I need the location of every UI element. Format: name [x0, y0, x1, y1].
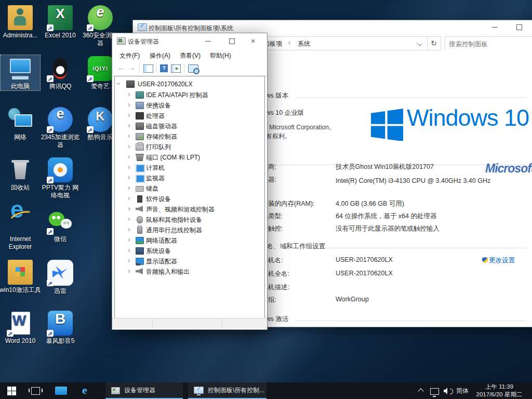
taskbar-button-device-manager[interactable]: 设备管理器 [105, 382, 183, 399]
network-tray-icon[interactable] [430, 388, 439, 395]
chevron-right-icon[interactable]: › [128, 142, 130, 150]
desktop-icon-baofeng[interactable]: 暴风影音5 [41, 310, 80, 345]
status-segment [153, 318, 222, 328]
maximize-button[interactable] [510, 20, 528, 34]
win10-activator-folder-icon [8, 260, 33, 285]
forward-button[interactable]: → [128, 63, 136, 72]
device-manager-titlebar[interactable]: 设备管理器 × [112, 33, 267, 49]
menu-help[interactable]: 帮助(H) [210, 51, 231, 60]
shortcut-arrow-badge [47, 75, 54, 82]
breadcrumb-system[interactable]: 系统 [298, 39, 310, 48]
change-settings-link-row[interactable]: 更改设置 [482, 256, 515, 265]
tree-item-mice[interactable]: › 鼠标和其他指针设备 [115, 214, 264, 224]
help-icon[interactable]: ? [160, 64, 168, 72]
breadcrumb-dropdown-icon[interactable] [413, 38, 426, 48]
computer-icon [126, 81, 135, 88]
back-button[interactable]: ← [117, 63, 125, 72]
info-row-memory: 已安装的内存(RAM): 4.00 GB (3.66 GB 可用) [247, 200, 532, 210]
chevron-right-icon[interactable]: › [128, 121, 130, 129]
desktop-icon-recycle-bin[interactable]: 回收站 [1, 156, 40, 192]
scan-hardware-changes-icon[interactable] [188, 64, 198, 73]
chevron-down-icon[interactable]: › [115, 83, 123, 85]
chevron-right-icon[interactable]: › [128, 246, 130, 254]
desktop-icon-pptv[interactable]: PPTV聚力 网络电视 [41, 156, 80, 200]
menu-action[interactable]: 操作(A) [150, 51, 170, 60]
tree-item-portable-devices[interactable]: › 便携设备 [115, 100, 264, 110]
taskbar-clock[interactable]: 上午 11:39 2017/6/20 星期二 [470, 383, 528, 398]
desktop-icon-win10-activator[interactable]: win10激活工具 [1, 259, 40, 294]
chevron-right-icon[interactable]: › [128, 163, 130, 171]
tree-item-computer[interactable]: › 计算机 [115, 162, 264, 172]
desktop-icon-internet-explorer[interactable]: Internet Explorer [1, 208, 40, 251]
desktop-icon-administrator[interactable]: Administra... [1, 4, 40, 39]
desktop-icon-network[interactable]: 网络 [1, 106, 40, 141]
desktop-icon-wechat[interactable]: 微信 [41, 208, 80, 243]
maximize-button[interactable] [223, 34, 241, 48]
start-button[interactable] [7, 387, 16, 395]
minimize-button[interactable] [200, 34, 217, 48]
chevron-right-icon[interactable]: › [128, 194, 130, 202]
menu-view[interactable]: 查看(V) [180, 51, 201, 60]
volume-tray-icon[interactable] [444, 388, 449, 394]
chevron-right-icon[interactable]: › [128, 131, 130, 140]
chevron-right-icon[interactable]: › [128, 215, 130, 223]
desktop-icon-excel-2010[interactable]: Excel 2010 [41, 4, 80, 39]
chevron-right-icon[interactable]: › [128, 204, 130, 212]
tree-item-print-queues[interactable]: › 打印队列 [115, 141, 264, 152]
clock-date: 2017/6/20 星期二 [470, 391, 528, 398]
tree-item-processors[interactable]: › 处理器 [115, 110, 264, 121]
chevron-right-icon[interactable]: › [128, 100, 130, 109]
desktop-icon-xunlei[interactable]: 迅雷 [41, 259, 80, 295]
desktop-icon-2345-browser[interactable]: 2345加速浏览器 [41, 106, 80, 149]
chevron-right-icon[interactable]: › [128, 256, 130, 264]
tree-item-monitors[interactable]: › 监视器 [115, 172, 264, 183]
iqiyi-icon [88, 56, 113, 81]
file-explorer-icon[interactable] [55, 387, 67, 395]
status-segment [112, 318, 153, 328]
desktop-root: { "glyphs":{"chev":"›","back":"←","forwa… [0, 0, 532, 399]
tree-item-audio-inputs-outputs[interactable]: › 音频输入和输出 [115, 266, 264, 276]
change-settings-link[interactable]: 更改设置 [489, 257, 515, 264]
minimize-button[interactable] [486, 20, 504, 34]
tree-root-computer[interactable]: › USER-20170620LX [115, 79, 264, 89]
keyboard-icon [136, 186, 144, 192]
tree-item-software-devices[interactable]: › 软件设备 [115, 193, 264, 204]
chevron-right-icon[interactable]: › [128, 183, 130, 192]
tree-item-system-devices[interactable]: › 系统设备 [115, 245, 264, 256]
task-view-button[interactable] [31, 387, 40, 395]
tree-item-display-adapters[interactable]: › 显示适配器 [115, 256, 264, 266]
tree-item-ports[interactable]: › 端口 (COM 和 LPT) [115, 152, 264, 162]
chevron-right-icon[interactable]: › [128, 152, 130, 161]
tree-item-storage-controllers[interactable]: › 存储控制器 [115, 131, 264, 141]
chevron-right-icon[interactable]: › [128, 225, 130, 233]
chevron-right-icon[interactable]: › [128, 173, 130, 181]
tree-item-ide-controllers[interactable]: › IDE ATA/ATAPI 控制器 [115, 89, 264, 100]
ime-indicator[interactable]: 简体 [456, 382, 469, 399]
tree-item-usb-controllers[interactable]: › 通用串行总线控制器 [115, 224, 264, 235]
chevron-right-icon[interactable]: › [128, 267, 130, 275]
internet-explorer-taskbar-icon[interactable]: e [82, 383, 87, 397]
search-box[interactable] [445, 36, 532, 50]
chevron-right-icon[interactable]: › [128, 90, 130, 98]
desktop-icon-qq[interactable]: 腾讯QQ [41, 55, 80, 90]
chevron-right-icon[interactable]: › [128, 111, 130, 119]
tree-item-network-adapters[interactable]: › 网络适配器 [115, 235, 264, 245]
show-hidden-icons-chevron[interactable] [418, 388, 423, 394]
desktop-icon-this-pc[interactable]: 此电脑 [1, 55, 40, 90]
this-pc-icon [8, 56, 33, 81]
tree-item-sound-controllers[interactable]: › 声音、视频和游戏控制器 [115, 204, 264, 214]
360-browser-icon [88, 5, 113, 30]
taskbar-button-control-panel[interactable]: 控制面板\所有控制... [188, 382, 267, 399]
action-pane-icon[interactable] [171, 64, 181, 73]
baofeng-icon [48, 311, 73, 336]
printer-icon [136, 143, 144, 151]
show-console-tree-icon[interactable] [143, 64, 153, 73]
close-button[interactable]: × [244, 34, 262, 48]
chevron-right-icon[interactable]: › [128, 235, 130, 244]
search-input[interactable] [445, 37, 532, 51]
desktop-icon-word-2010[interactable]: Word 2010 [1, 310, 40, 345]
menu-file[interactable]: 文件(F) [119, 51, 140, 60]
tree-item-disk-drives[interactable]: › 磁盘驱动器 [115, 121, 264, 131]
tree-item-keyboards[interactable]: › 键盘 [115, 183, 264, 193]
refresh-button[interactable]: ↻ [427, 36, 441, 50]
